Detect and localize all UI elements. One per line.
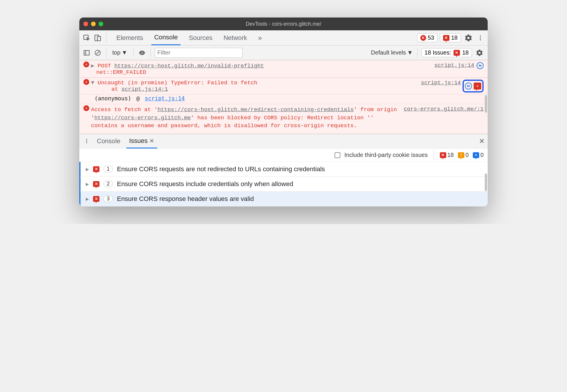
tab-console[interactable]: Console: [151, 30, 181, 45]
issues-warning-count[interactable]: ! 0: [458, 152, 469, 158]
console-toolbar: top ▼ Default levels ▼ 18 Issues: ✕ 18: [79, 46, 488, 60]
issue-error-icon: ✕: [443, 35, 449, 41]
issue-row[interactable]: ▶ ✕ 3 Ensure CORS response header values…: [79, 192, 488, 206]
chevron-down-icon: ▼: [122, 49, 127, 56]
console-error-row[interactable]: ✕ Access to fetch at 'https://cors-host.…: [79, 104, 488, 134]
console-log-list: ✕ ▶ POST https://cors-host.glitch.me/inv…: [79, 60, 488, 134]
source-link[interactable]: script.js:14: [418, 80, 461, 92]
issue-warning-icon: !: [458, 152, 464, 158]
drawer-kebab-icon[interactable]: [82, 137, 91, 146]
maximize-window-button[interactable]: [99, 22, 103, 26]
issue-info-icon: ≡: [473, 152, 479, 158]
error-icon: ✕: [83, 105, 89, 111]
panel-tabs: Elements Console Sources Network »: [113, 30, 265, 45]
issue-title: Ensure CORS requests are not redirected …: [117, 165, 325, 173]
issue-error-icon: ✕: [93, 166, 99, 172]
third-party-label: Include third-party cookie issues: [344, 152, 428, 158]
issue-count-badge: 2: [104, 181, 113, 187]
inspect-element-icon[interactable]: [82, 34, 91, 42]
close-tab-icon[interactable]: ✕: [149, 137, 154, 144]
source-link[interactable]: script.js:14: [431, 62, 474, 76]
svg-point-5: [480, 39, 481, 40]
cors-url1[interactable]: https://cors-host.glitch.me/redirect-con…: [158, 106, 354, 113]
svg-point-12: [86, 142, 87, 143]
console-settings-icon[interactable]: [474, 48, 485, 57]
svg-point-11: [86, 141, 87, 141]
console-filter-input[interactable]: [155, 48, 242, 58]
cors-url2[interactable]: https://cors-errors.glitch.me: [94, 115, 191, 121]
issue-count-pill[interactable]: ✕ 18: [440, 33, 461, 42]
count-value: 0: [466, 152, 469, 158]
drawer-tab-console[interactable]: Console: [94, 134, 123, 148]
issue-row[interactable]: ▶ ✕ 1 Ensure CORS requests are not redir…: [79, 162, 488, 177]
error-count: 53: [428, 34, 434, 41]
source-link[interactable]: cors-errors.glitch.me/:1: [401, 106, 484, 112]
network-icon[interactable]: [477, 62, 484, 69]
count-value: 18: [447, 152, 454, 158]
disclosure-triangle[interactable]: ▶: [86, 182, 89, 186]
console-issues-pill[interactable]: 18 Issues: ✕ 18: [421, 48, 472, 57]
settings-icon[interactable]: [463, 34, 474, 42]
third-party-checkbox[interactable]: [335, 152, 340, 158]
log-levels-select[interactable]: Default levels ▼: [371, 49, 413, 56]
titlebar: DevTools - cors-errors.glitch.me/: [79, 18, 488, 30]
scrollbar-thumb[interactable]: [485, 174, 487, 191]
issues-badge: 18: [462, 49, 469, 56]
disclosure-triangle[interactable]: ▶: [91, 63, 94, 69]
disclosure-triangle[interactable]: ▶: [86, 167, 89, 172]
network-icon[interactable]: [465, 83, 472, 90]
issues-error-count[interactable]: ✕ 18: [440, 152, 454, 158]
more-tabs-button[interactable]: »: [255, 30, 265, 45]
request-method: POST: [98, 63, 111, 69]
minimize-window-button[interactable]: [91, 22, 96, 26]
close-drawer-icon[interactable]: ✕: [479, 137, 485, 145]
anonymous-label: (anonymous): [94, 95, 131, 102]
issues-filter-bar: Include third-party cookie issues ✕ 18 !…: [79, 148, 488, 162]
kebab-menu-icon[interactable]: [476, 34, 485, 42]
console-sidebar-toggle-icon[interactable]: [82, 48, 91, 57]
console-error-row[interactable]: ✕ ▶ POST https://cors-host.glitch.me/inv…: [79, 60, 488, 78]
devtools-window: DevTools - cors-errors.glitch.me/ Elemen…: [79, 18, 488, 206]
issue-error-icon: ✕: [93, 181, 99, 187]
issue-error-icon: ✕: [93, 196, 99, 202]
svg-point-3: [480, 35, 481, 36]
error-icon: ✕: [83, 62, 89, 67]
error-icon: ✕: [83, 79, 89, 85]
stack-location-link[interactable]: script.js:14:1: [121, 86, 168, 92]
close-window-button[interactable]: [83, 22, 88, 26]
tab-sources[interactable]: Sources: [186, 30, 215, 45]
divider: [150, 48, 151, 57]
issue-row[interactable]: ▶ ✕ 2 Ensure CORS requests include crede…: [79, 177, 488, 192]
levels-label: Default levels: [371, 49, 406, 56]
device-toggle-icon[interactable]: [93, 34, 102, 42]
issue-error-icon: ✕: [440, 152, 446, 158]
issue-error-icon: ✕: [454, 50, 460, 56]
traffic-lights: [83, 22, 103, 26]
issue-error-icon[interactable]: ✕: [474, 83, 481, 90]
divider: [106, 33, 106, 43]
disclosure-triangle[interactable]: ▼: [91, 80, 94, 86]
execution-context-select[interactable]: top ▼: [111, 49, 129, 57]
svg-point-4: [480, 37, 481, 38]
disclosure-triangle[interactable]: ▶: [86, 197, 89, 201]
issues-list: ▶ ✕ 1 Ensure CORS requests are not redir…: [79, 162, 488, 206]
issue-count-badge: 1: [104, 166, 113, 172]
console-error-row[interactable]: ✕ ▼ Uncaught (in promise) TypeError: Fai…: [79, 78, 488, 94]
count-value: 0: [480, 152, 484, 158]
issues-info-count[interactable]: ≡ 0: [473, 152, 484, 158]
drawer-tab-issues[interactable]: Issues ✕: [126, 134, 158, 148]
anonymous-location-link[interactable]: script.js:14: [145, 95, 185, 102]
error-code: net::ERR_FAILED: [91, 69, 146, 76]
tab-elements[interactable]: Elements: [113, 30, 146, 45]
context-label: top: [112, 49, 120, 56]
clear-console-icon[interactable]: [93, 48, 102, 57]
divider: [106, 48, 106, 57]
issue-count-badge: 3: [104, 195, 113, 202]
stack-frame: (anonymous) @ script.js:14: [79, 94, 488, 104]
scrollbar-thumb[interactable]: [485, 95, 487, 113]
live-expression-icon[interactable]: [138, 48, 146, 57]
at-symbol: @: [136, 95, 139, 102]
tab-network[interactable]: Network: [220, 30, 250, 45]
request-url[interactable]: https://cors-host.glitch.me/invalid-pref…: [114, 63, 264, 69]
error-count-pill[interactable]: ✕ 53: [417, 33, 438, 42]
